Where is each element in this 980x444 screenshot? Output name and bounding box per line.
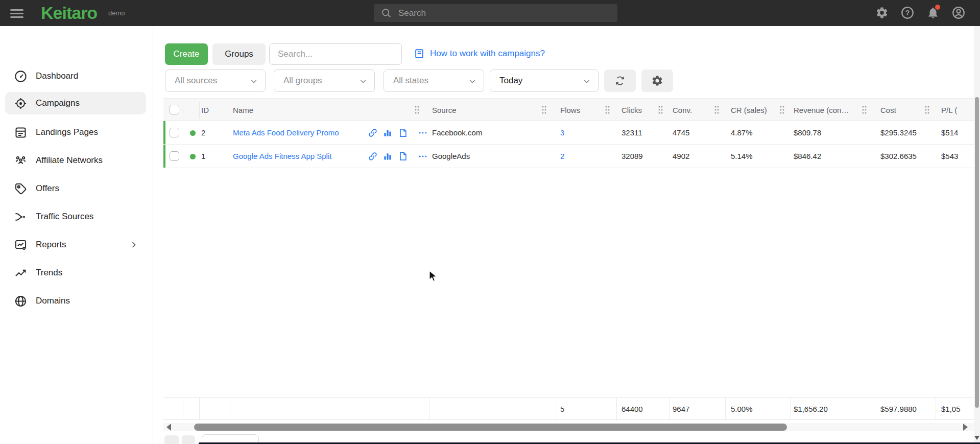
sidebar-item-reports[interactable]: Reports (5, 233, 146, 256)
groups-button[interactable]: Groups (212, 43, 266, 65)
column-header-name[interactable]: Name (233, 99, 253, 121)
app-window: Keitaro demo ? Dashboard Campaigns (0, 0, 980, 444)
sidebar-item-traffic-sources[interactable]: Traffic Sources (5, 205, 146, 228)
scroll-right-icon[interactable] (963, 424, 968, 431)
dashboard-icon (13, 69, 28, 83)
sidebar-item-campaigns[interactable]: Campaigns (5, 92, 146, 114)
refresh-icon (614, 75, 626, 87)
refresh-button[interactable] (604, 69, 636, 92)
sidebar-item-domains[interactable]: Domains (5, 290, 146, 312)
select-all-checkbox[interactable] (170, 105, 179, 114)
sidebar-item-affiliate-networks[interactable]: Affiliate Networks (5, 149, 146, 172)
link-icon[interactable] (367, 128, 378, 139)
total-revenue: $1,656.20 (794, 398, 828, 420)
table-settings-button[interactable] (641, 69, 673, 92)
campaign-search-input[interactable] (269, 43, 402, 65)
drag-handle-icon[interactable] (713, 104, 720, 116)
cell-id: 1 (201, 145, 205, 168)
more-icon[interactable] (417, 151, 428, 162)
stats-icon[interactable] (382, 151, 393, 162)
sidebar-item-offers[interactable]: s Offers (5, 177, 146, 200)
drag-handle-icon[interactable] (778, 104, 785, 116)
horizontal-scrollbar-thumb[interactable] (194, 424, 787, 431)
column-header-conv[interactable]: Conv. (673, 99, 692, 121)
trends-icon (13, 266, 28, 280)
env-label: demo (108, 9, 125, 17)
stats-icon[interactable] (382, 128, 393, 139)
drag-handle-icon[interactable] (657, 104, 664, 116)
cell-source: GoogleAds (432, 145, 470, 168)
table-row: 2 Meta Ads Food Delivery Promo Facebook.… (163, 121, 974, 145)
column-header-cost[interactable]: Cost (880, 99, 896, 121)
landings-icon (13, 125, 28, 139)
campaign-name-link[interactable]: Google Ads Fitness App Split (233, 145, 331, 168)
cell-clicks: 32311 (622, 121, 642, 145)
flows-link[interactable]: 2 (560, 145, 564, 168)
settings-icon[interactable] (874, 5, 890, 21)
group-filter[interactable]: All groups (274, 69, 375, 92)
menu-icon[interactable] (10, 6, 28, 20)
column-header-source[interactable]: Source (432, 99, 457, 121)
campaign-name-link[interactable]: Meta Ads Food Delivery Promo (233, 121, 339, 145)
more-icon[interactable] (417, 128, 428, 139)
row-status-stripe (163, 145, 165, 168)
total-flows: 5 (560, 398, 564, 420)
offers-icon: s (13, 181, 28, 196)
cell-cr: 5.14% (731, 145, 753, 168)
link-icon[interactable] (367, 151, 378, 162)
account-icon[interactable] (950, 5, 967, 21)
column-header-revenue[interactable]: Revenue (con… (794, 99, 849, 121)
column-header-id[interactable]: ID (201, 99, 209, 121)
sidebar-item-landings-pages[interactable]: Landings Pages (5, 121, 146, 144)
campaigns-icon (13, 96, 28, 110)
row-checkbox[interactable] (170, 151, 179, 161)
notification-badge (935, 5, 940, 10)
total-cost: $597.9880 (880, 398, 917, 420)
status-dot (190, 130, 196, 136)
drag-handle-icon[interactable] (540, 104, 547, 116)
create-button[interactable]: Create (165, 43, 208, 65)
drag-handle-icon[interactable] (413, 104, 420, 116)
mouse-cursor (428, 270, 439, 283)
total-pl: $1,05 (941, 398, 961, 420)
global-search[interactable] (374, 4, 617, 22)
drag-handle-icon[interactable] (604, 104, 611, 116)
source-filter[interactable]: All sources (165, 69, 266, 92)
chevron-down-icon (359, 77, 367, 87)
scroll-down-icon[interactable] (974, 436, 979, 440)
row-checkbox[interactable] (170, 128, 179, 137)
pagination-next-button[interactable] (182, 435, 195, 444)
state-filter[interactable]: All states (384, 69, 484, 92)
note-icon[interactable] (397, 151, 409, 162)
help-icon[interactable]: ? (899, 5, 916, 21)
vertical-scrollbar-thumb[interactable] (975, 97, 979, 408)
scroll-left-icon[interactable] (166, 424, 171, 431)
sidebar-item-trends[interactable]: Trends (5, 262, 146, 284)
flows-link[interactable]: 3 (560, 121, 564, 145)
total-cr: 5.00% (731, 398, 753, 420)
note-icon[interactable] (397, 128, 409, 139)
cell-revenue: $846.42 (794, 145, 821, 168)
notifications-icon[interactable] (925, 5, 941, 21)
column-header-clicks[interactable]: Clicks (622, 99, 642, 121)
cell-cost: $295.3245 (880, 121, 917, 145)
top-bar: Keitaro demo ? (0, 0, 980, 26)
help-link[interactable]: How to work with campaigns? (414, 48, 545, 59)
column-header-cr[interactable]: CR (sales) (731, 99, 767, 121)
chevron-down-icon (468, 77, 476, 87)
cell-pl: $514 (941, 121, 958, 145)
drag-handle-icon[interactable] (923, 104, 930, 116)
gear-icon (651, 75, 663, 87)
sidebar-item-dashboard[interactable]: Dashboard (5, 65, 146, 87)
column-header-flows[interactable]: Flows (560, 99, 580, 121)
global-search-input[interactable] (398, 4, 613, 22)
cell-id: 2 (201, 121, 205, 145)
chevron-down-icon (583, 77, 591, 87)
column-header-pl[interactable]: P/L ( (941, 99, 957, 121)
pagination-prev-button[interactable] (164, 435, 179, 444)
date-range-filter[interactable]: Today (490, 69, 599, 92)
cell-cost: $302.6635 (880, 145, 917, 168)
table-totals-row: 5 64400 9647 5.00% $1,656.20 $597.9880 $… (163, 398, 974, 420)
search-icon (381, 8, 392, 18)
drag-handle-icon[interactable] (861, 104, 868, 116)
